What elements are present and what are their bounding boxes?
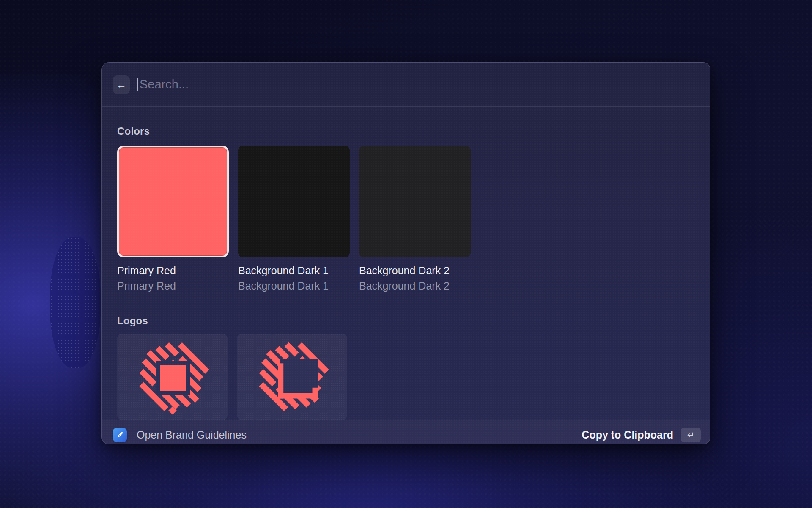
- color-title: Background Dark 1: [238, 265, 350, 277]
- color-swatch-selected[interactable]: [117, 146, 229, 257]
- brand-logo-outline-icon: [250, 335, 334, 419]
- color-subtitle: Background Dark 2: [359, 280, 471, 292]
- color-item-background-dark-2[interactable]: Background Dark 2 Background Dark 2: [359, 146, 471, 292]
- color-swatch[interactable]: [359, 146, 471, 257]
- logos-row: [117, 334, 696, 420]
- arrow-left-icon: ←: [116, 75, 126, 94]
- section-header-colors: Colors: [117, 125, 696, 137]
- footer-primary-label: Copy to Clipboard: [582, 429, 673, 441]
- section-header-logos: Logos: [117, 315, 696, 327]
- brand-assets-command-palette: ← Colors Primary Red Primary Red Backgro…: [102, 62, 710, 444]
- color-swatch[interactable]: [238, 146, 350, 257]
- return-key-icon: ↵: [681, 428, 701, 442]
- color-item-primary-red[interactable]: Primary Red Primary Red: [117, 146, 229, 292]
- color-title: Background Dark 2: [359, 265, 471, 277]
- search-input[interactable]: [140, 77, 699, 91]
- paintbrush-icon: [113, 428, 127, 442]
- logo-item-filled[interactable]: [117, 334, 228, 420]
- color-subtitle: Background Dark 1: [238, 280, 350, 292]
- action-bar: Open Brand Guidelines Copy to Clipboard …: [102, 420, 710, 444]
- footer-action-label: Open Brand Guidelines: [137, 429, 247, 441]
- color-item-background-dark-1[interactable]: Background Dark 1 Background Dark 1: [238, 146, 350, 292]
- open-brand-guidelines-action[interactable]: Open Brand Guidelines: [113, 428, 247, 442]
- back-button[interactable]: ←: [113, 75, 130, 94]
- logo-item-outline[interactable]: [237, 334, 347, 420]
- search-bar: ←: [102, 63, 710, 107]
- color-title: Primary Red: [117, 265, 229, 277]
- page: { "colors": { "accent": "#FF6363", "sele…: [0, 0, 812, 508]
- color-subtitle: Primary Red: [117, 280, 229, 292]
- background-smudge: [50, 237, 101, 368]
- text-cursor: [137, 78, 138, 91]
- copy-to-clipboard-button[interactable]: Copy to Clipboard ↵: [582, 428, 701, 442]
- brand-logo-filled-icon: [131, 335, 214, 419]
- results-list: Colors Primary Red Primary Red Backgroun…: [102, 107, 710, 420]
- colors-row: Primary Red Primary Red Background Dark …: [117, 146, 696, 292]
